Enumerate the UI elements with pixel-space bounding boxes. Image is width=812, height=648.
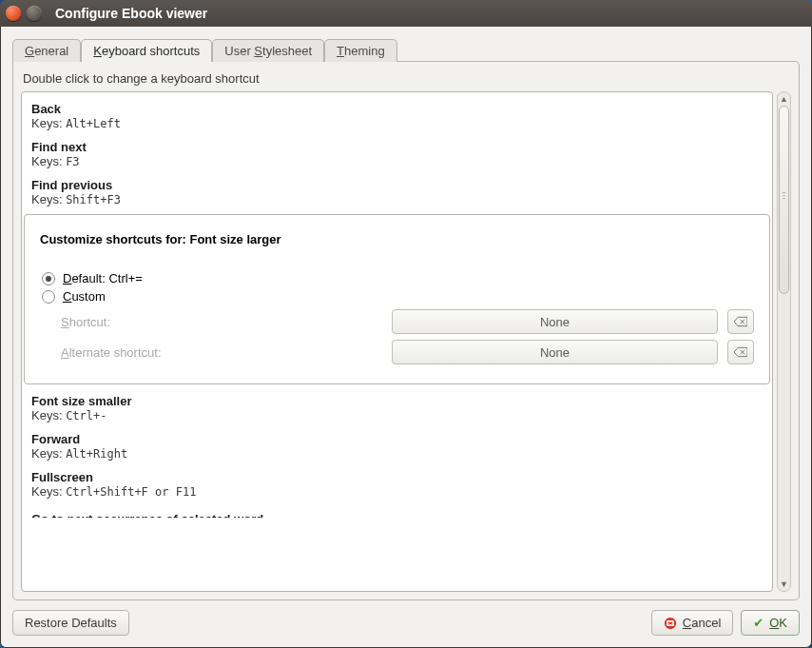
alternate-clear-button[interactable] <box>727 340 754 364</box>
ok-rest: K <box>779 616 787 630</box>
shortcut-name: Find previous <box>31 178 763 192</box>
shortcut-label: Shortcut: <box>40 315 173 329</box>
shortcut-name: Forward <box>31 432 763 446</box>
keys-value: Ctrl+Shift+F or F11 <box>66 485 196 499</box>
radio-default-rest: efault: Ctrl+= <box>71 271 142 285</box>
tab-general[interactable]: General <box>12 39 81 62</box>
keys-value: Shift+F3 <box>66 193 121 206</box>
tab-keyboard-shortcuts[interactable]: Keyboard shortcuts <box>81 39 212 62</box>
keys-prefix: Keys: <box>31 446 66 461</box>
shortcut-name: Back <box>31 102 763 116</box>
window-body: General Keyboard shortcuts User Styleshe… <box>0 27 812 648</box>
keys-value: F3 <box>66 155 79 168</box>
radio-custom-row[interactable]: Custom <box>40 289 754 304</box>
list-item[interactable]: Find previous Keys:Shift+F3 <box>29 174 764 212</box>
tab-shortcuts-accel: K <box>93 44 102 58</box>
instruction-text: Double click to change a keyboard shortc… <box>21 69 791 91</box>
alternate-capture-button[interactable]: None <box>392 340 718 364</box>
tab-theming[interactable]: Theming <box>324 39 397 62</box>
tab-content: Double click to change a keyboard shortc… <box>12 61 800 600</box>
keys-value: Ctrl+- <box>66 409 106 422</box>
radio-default-accel: D <box>63 271 71 285</box>
shortcut-name: Fullscreen <box>31 470 763 484</box>
scrollbar-track[interactable] <box>778 106 790 578</box>
alternate-accel: A <box>61 345 69 360</box>
shortcut-clear-button[interactable] <box>727 309 754 334</box>
tab-shortcuts-rest: eyboard shortcuts <box>102 44 200 58</box>
close-window-icon[interactable] <box>6 6 21 21</box>
alternate-rest: lternate shortcut: <box>69 345 162 360</box>
keys-prefix: Keys: <box>31 192 66 206</box>
tab-stylesheet-pre: User <box>224 44 254 58</box>
tab-theming-rest: heming <box>344 44 385 58</box>
list-item-cutoff[interactable]: Go to next occurrence of selected word <box>29 504 764 518</box>
shortcut-alternate-row: Alternate shortcut: None <box>40 340 754 364</box>
shortcut-capture-button[interactable]: None <box>392 309 718 334</box>
window-controls <box>6 6 42 21</box>
keys-value: Alt+Left <box>66 117 121 130</box>
ok-accel: O <box>769 616 779 630</box>
shortcut-primary-row: Shortcut: None <box>40 309 754 334</box>
keys-prefix: Keys: <box>31 484 66 499</box>
ok-label: OK <box>769 616 787 630</box>
scroll-up-arrow-icon[interactable]: ▲ <box>778 92 790 106</box>
tab-theming-accel: T <box>337 44 344 58</box>
window-title: Configure Ebook viewer <box>55 6 207 21</box>
list-item[interactable]: Forward Keys:Alt+Right <box>29 428 764 466</box>
list-item[interactable]: Back Keys:Alt+Left <box>29 98 764 136</box>
cancel-button[interactable]: Cancel <box>651 610 733 636</box>
shortcut-keys: Keys:Alt+Left <box>31 116 763 130</box>
checkmark-icon: ✔ <box>753 616 764 630</box>
vertical-scrollbar[interactable]: ▲ ▼ <box>777 91 791 592</box>
list-item[interactable]: Fullscreen Keys:Ctrl+Shift+F or F11 <box>29 466 764 504</box>
radio-default-row[interactable]: Default: Ctrl+= <box>40 271 754 285</box>
shortcut-keys: Keys:F3 <box>31 154 763 168</box>
shortcut-list-area: Back Keys:Alt+Left Find next Keys:F3 Fin… <box>21 91 791 592</box>
radio-default-label: Default: Ctrl+= <box>63 271 143 285</box>
cancel-rest: ancel <box>691 616 721 630</box>
keys-prefix: Keys: <box>31 116 66 130</box>
ok-button[interactable]: ✔ OK <box>741 610 800 636</box>
keys-value: Alt+Right <box>66 447 127 461</box>
tab-bar: General Keyboard shortcuts User Styleshe… <box>12 38 800 61</box>
radio-custom[interactable] <box>42 290 55 304</box>
backspace-icon <box>734 315 747 328</box>
cancel-icon <box>664 617 677 630</box>
scroll-down-arrow-icon[interactable]: ▼ <box>778 578 790 591</box>
keys-prefix: Keys: <box>31 154 66 168</box>
shortcut-keys: Keys:Ctrl+Shift+F or F11 <box>31 484 763 499</box>
tab-stylesheet-accel: S <box>254 44 262 58</box>
alternate-label: Alternate shortcut: <box>40 345 173 360</box>
radio-default[interactable] <box>42 272 55 285</box>
tab-stylesheet-rest: tylesheet <box>262 44 312 58</box>
shortcut-keys: Keys:Alt+Right <box>31 446 763 461</box>
shortcut-accel: S <box>61 315 69 329</box>
shortcut-name: Find next <box>31 140 763 154</box>
shortcut-name: Font size smaller <box>31 394 763 408</box>
keys-prefix: Keys: <box>31 408 66 422</box>
shortcut-rest: hortcut: <box>69 315 110 329</box>
list-item[interactable]: Find next Keys:F3 <box>29 136 764 174</box>
scrollbar-thumb[interactable] <box>779 106 789 294</box>
list-item[interactable]: Font size smaller Keys:Ctrl+- <box>29 390 764 428</box>
shortcut-list[interactable]: Back Keys:Alt+Left Find next Keys:F3 Fin… <box>21 91 773 592</box>
cancel-label: Cancel <box>683 616 721 630</box>
shortcut-keys: Keys:Shift+F3 <box>31 192 763 206</box>
tab-general-rest: eneral <box>34 44 68 58</box>
restore-defaults-button[interactable]: Restore Defaults <box>12 610 129 636</box>
radio-custom-accel: C <box>63 289 71 304</box>
cancel-accel: C <box>683 616 691 630</box>
dialog-footer: Restore Defaults Cancel ✔ OK <box>12 600 800 636</box>
tab-general-accel: G <box>25 44 34 58</box>
shortcut-editor: Customize shortcuts for: Font size large… <box>24 214 770 384</box>
minimize-window-icon[interactable] <box>27 6 42 21</box>
tab-user-stylesheet[interactable]: User Stylesheet <box>212 39 324 62</box>
radio-custom-label: Custom <box>63 289 106 304</box>
radio-custom-rest: ustom <box>71 289 105 304</box>
shortcut-keys: Keys:Ctrl+- <box>31 408 763 422</box>
editor-heading: Customize shortcuts for: Font size large… <box>40 232 754 246</box>
titlebar: Configure Ebook viewer <box>0 0 812 27</box>
backspace-icon <box>734 345 747 359</box>
